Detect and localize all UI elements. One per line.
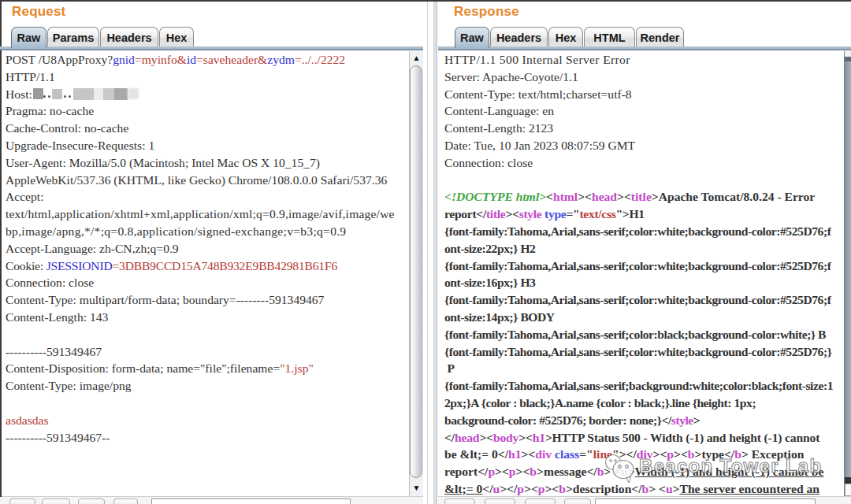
svg-text:Beacon Tower Lab: Beacon Tower Lab xyxy=(639,455,822,476)
